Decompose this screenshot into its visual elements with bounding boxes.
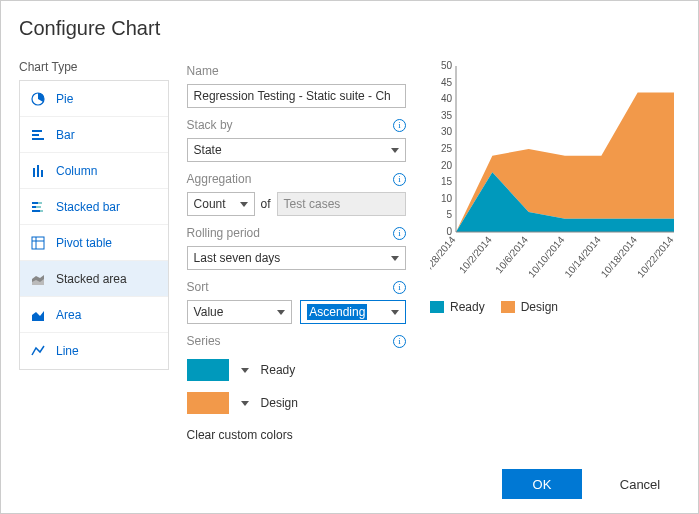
svg-text:10/10/2014: 10/10/2014	[526, 234, 567, 280]
svg-text:5: 5	[446, 209, 452, 220]
sort-direction-select[interactable]: Ascending	[300, 300, 406, 324]
legend-item-design: Design	[501, 300, 558, 314]
name-input[interactable]	[187, 84, 406, 108]
series-row-design: Design	[187, 392, 406, 414]
legend-item-ready: Ready	[430, 300, 485, 314]
svg-text:10/2/2014: 10/2/2014	[457, 234, 494, 275]
chart-type-item-label: Line	[56, 344, 79, 358]
chart-type-item-label: Bar	[56, 128, 75, 142]
sort-field-value: Value	[194, 305, 224, 319]
ok-button[interactable]: OK	[502, 469, 582, 499]
sort-label: Sort	[187, 280, 209, 294]
chart-type-column[interactable]: Column	[20, 153, 168, 189]
svg-text:25: 25	[441, 143, 453, 154]
svg-text:10/18/2014: 10/18/2014	[599, 234, 640, 280]
aggregation-select[interactable]: Count	[187, 192, 255, 216]
stack-by-value: State	[194, 143, 222, 157]
clear-custom-colors-link[interactable]: Clear custom colors	[187, 428, 406, 442]
svg-text:10: 10	[441, 193, 453, 204]
stacked-bar-icon	[30, 199, 46, 215]
chart-type-line[interactable]: Line	[20, 333, 168, 369]
name-label: Name	[187, 64, 219, 78]
legend-label: Design	[521, 300, 558, 314]
stacked-area-icon	[30, 271, 46, 287]
chart-type-item-label: Area	[56, 308, 81, 322]
chevron-down-icon	[391, 148, 399, 153]
svg-rect-6	[41, 170, 43, 177]
stack-by-label: Stack by	[187, 118, 233, 132]
svg-text:35: 35	[441, 110, 453, 121]
chart-type-item-label: Pivot table	[56, 236, 112, 250]
chart-type-item-label: Stacked area	[56, 272, 127, 286]
rolling-period-label: Rolling period	[187, 226, 260, 240]
svg-rect-2	[32, 134, 39, 136]
chart-type-item-label: Pie	[56, 92, 73, 106]
svg-rect-13	[32, 237, 44, 249]
chevron-down-icon	[391, 310, 399, 315]
series-name: Ready	[261, 363, 296, 377]
rolling-period-select[interactable]: Last seven days	[187, 246, 406, 270]
svg-text:30: 30	[441, 126, 453, 137]
svg-text:45: 45	[441, 77, 453, 88]
chart-type-area[interactable]: Area	[20, 297, 168, 333]
dialog-title: Configure Chart	[19, 17, 680, 40]
chart-type-label: Chart Type	[19, 60, 169, 74]
of-label: of	[261, 197, 271, 211]
svg-text:50: 50	[441, 60, 453, 71]
aggregation-label: Aggregation	[187, 172, 252, 186]
svg-rect-12	[40, 210, 43, 212]
svg-rect-3	[32, 138, 44, 140]
chart-type-item-label: Column	[56, 164, 97, 178]
aggregation-value: Count	[194, 197, 226, 211]
svg-rect-10	[36, 206, 41, 208]
pivot-table-icon	[30, 235, 46, 251]
svg-rect-8	[38, 202, 42, 204]
aggregation-of-field: Test cases	[277, 192, 406, 216]
info-icon[interactable]: i	[393, 173, 406, 186]
area-icon	[30, 307, 46, 323]
chart-type-pivot-table[interactable]: Pivot table	[20, 225, 168, 261]
svg-rect-1	[32, 130, 42, 132]
svg-rect-9	[32, 206, 36, 208]
chevron-down-icon	[277, 310, 285, 315]
svg-text:9/28/2014: 9/28/2014	[430, 234, 458, 275]
rolling-period-value: Last seven days	[194, 251, 281, 265]
svg-text:40: 40	[441, 93, 453, 104]
series-row-ready: Ready	[187, 359, 406, 381]
pie-icon	[30, 91, 46, 107]
svg-rect-5	[37, 165, 39, 177]
svg-text:15: 15	[441, 176, 453, 187]
line-icon	[30, 343, 46, 359]
svg-text:20: 20	[441, 160, 453, 171]
legend-swatch	[501, 301, 515, 313]
sort-direction-value: Ascending	[307, 304, 367, 320]
series-name: Design	[261, 396, 298, 410]
chevron-down-icon	[240, 202, 248, 207]
bar-icon	[30, 127, 46, 143]
series-color-swatch[interactable]	[187, 359, 229, 381]
chart-type-stacked-area[interactable]: Stacked area	[20, 261, 168, 297]
legend-swatch	[430, 301, 444, 313]
chevron-down-icon[interactable]	[241, 401, 249, 406]
cancel-button[interactable]: Cancel	[600, 469, 680, 499]
info-icon[interactable]: i	[393, 119, 406, 132]
series-color-swatch[interactable]	[187, 392, 229, 414]
stack-by-select[interactable]: State	[187, 138, 406, 162]
chevron-down-icon[interactable]	[241, 368, 249, 373]
svg-rect-4	[33, 168, 35, 177]
info-icon[interactable]: i	[393, 335, 406, 348]
chart-type-list: Pie Bar Column Stacked bar	[19, 80, 169, 370]
chart-type-pie[interactable]: Pie	[20, 81, 168, 117]
info-icon[interactable]: i	[393, 281, 406, 294]
sort-field-select[interactable]: Value	[187, 300, 293, 324]
series-label: Series	[187, 334, 221, 348]
chevron-down-icon	[391, 256, 399, 261]
chart-type-bar[interactable]: Bar	[20, 117, 168, 153]
chart-type-item-label: Stacked bar	[56, 200, 120, 214]
chart-type-stacked-bar[interactable]: Stacked bar	[20, 189, 168, 225]
info-icon[interactable]: i	[393, 227, 406, 240]
legend-label: Ready	[450, 300, 485, 314]
svg-text:10/6/2014: 10/6/2014	[493, 234, 530, 275]
svg-rect-11	[32, 210, 40, 212]
svg-text:10/14/2014: 10/14/2014	[562, 234, 603, 280]
